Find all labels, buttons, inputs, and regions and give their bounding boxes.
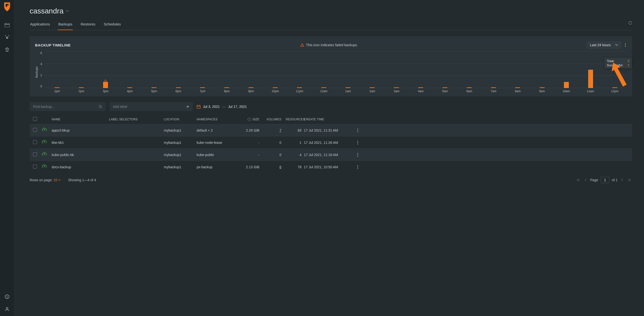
header-location[interactable]: LOCATION — [164, 118, 197, 121]
help-icon[interactable]: ? — [248, 118, 251, 121]
table-row: apps3-bkupmybackup1default + 22.29 GiB78… — [30, 124, 632, 136]
bar-slot[interactable] — [457, 52, 482, 88]
bar-slot[interactable] — [578, 52, 602, 88]
bar-slot[interactable] — [45, 52, 69, 88]
cell-volumes[interactable]: 7 — [264, 128, 286, 132]
cell-resources: 1 — [286, 141, 304, 145]
header-volumes[interactable]: VOLUMES — [264, 118, 286, 121]
bar-slot[interactable] — [360, 52, 384, 88]
page-title: cassandra — [30, 7, 64, 15]
bar-slot[interactable] — [530, 52, 554, 88]
bar-slot[interactable] — [602, 52, 627, 88]
bar-slot[interactable] — [482, 52, 506, 88]
refresh-icon[interactable] — [628, 21, 632, 25]
search-input[interactable] — [33, 105, 99, 109]
bar-slot[interactable] — [409, 52, 433, 88]
add-label-input[interactable] — [113, 105, 186, 109]
logo[interactable] — [3, 2, 11, 12]
cell-resources: 4 — [286, 153, 304, 157]
add-label-wrapper — [110, 102, 193, 111]
row-more-icon[interactable] — [357, 128, 629, 132]
cell-time: 17 Jul 2021, 11:31 AM — [304, 128, 357, 132]
cell-name[interactable]: apps3-bkup — [52, 128, 109, 132]
bar-slot[interactable] — [69, 52, 94, 88]
header-namespaces[interactable]: NAMESPACES — [197, 118, 238, 121]
cell-volumes[interactable]: 6 — [264, 165, 286, 169]
page-input[interactable] — [601, 177, 610, 183]
cluster-icon[interactable] — [4, 35, 10, 40]
pagination: Page of 1 — [576, 177, 632, 183]
bar-slot[interactable] — [312, 52, 336, 88]
cell-name[interactable]: kbe-bk1 — [52, 141, 109, 145]
tab-backups[interactable]: Backups — [58, 19, 73, 30]
first-page-button[interactable] — [576, 178, 581, 182]
bar-slot[interactable] — [215, 52, 239, 88]
row-more-icon[interactable] — [357, 165, 629, 169]
cell-name[interactable]: docs-backup — [52, 165, 109, 169]
bar-slot[interactable] — [336, 52, 360, 88]
row-checkbox[interactable] — [33, 128, 37, 132]
row-checkbox[interactable] — [33, 165, 37, 169]
calendar-icon — [197, 105, 200, 109]
plus-icon[interactable] — [186, 105, 189, 108]
svg-point-31 — [358, 141, 358, 141]
next-page-button[interactable] — [620, 178, 624, 182]
cell-location: mybackup1 — [164, 141, 197, 145]
y-axis-label: Backups — [35, 66, 38, 78]
cell-time: 17 Jul 2021, 10:50 AM — [304, 165, 357, 169]
bar-slot[interactable] — [142, 52, 166, 88]
bar-slot[interactable] — [384, 52, 409, 88]
svg-point-32 — [358, 142, 358, 143]
svg-point-2 — [6, 24, 6, 24]
select-all-checkbox[interactable] — [33, 117, 37, 121]
cell-name[interactable]: kube-public-bk — [52, 153, 109, 157]
header-create-time[interactable]: CREATE TIME — [304, 118, 357, 121]
last-page-button[interactable] — [627, 178, 632, 182]
page-label: Page — [590, 178, 598, 182]
svg-point-36 — [358, 156, 358, 157]
dashboard-icon[interactable] — [4, 22, 10, 28]
bar-slot[interactable] — [94, 52, 118, 88]
lighthouse-icon[interactable] — [4, 47, 10, 52]
row-more-icon[interactable] — [357, 141, 629, 145]
rows-per-page[interactable]: Rows on page: 10 — [30, 178, 61, 182]
svg-point-15 — [625, 45, 626, 45]
info-icon[interactable] — [4, 294, 10, 299]
header-resources[interactable]: RESOURCES — [286, 118, 304, 121]
sidebar — [0, 0, 14, 316]
table-footer: Rows on page: 10 Showing 1—4 of 4 Page o… — [30, 177, 632, 183]
header-name[interactable]: NAME — [52, 118, 109, 121]
tooltip-success-value: 3 — [628, 63, 629, 67]
row-checkbox[interactable] — [33, 152, 37, 156]
bar-slot[interactable] — [433, 52, 457, 88]
tab-restores[interactable]: Restores — [80, 19, 96, 30]
tab-applications[interactable]: Applications — [30, 19, 50, 30]
prev-page-button[interactable] — [583, 178, 588, 182]
header-labels[interactable]: LABEL SELECTORS — [109, 118, 164, 121]
bar-slot[interactable] — [118, 52, 142, 88]
bar-slot[interactable] — [239, 52, 263, 88]
bar-slot[interactable] — [506, 52, 530, 88]
svg-point-30 — [358, 131, 358, 132]
search-icon[interactable] — [99, 105, 102, 108]
bar-slot[interactable] — [263, 52, 288, 88]
user-icon[interactable] — [4, 306, 10, 312]
svg-line-6 — [5, 49, 6, 49]
time-range-select[interactable]: Last 24 hours — [586, 41, 622, 49]
bar-slot[interactable] — [166, 52, 190, 88]
bar-slot[interactable] — [190, 52, 215, 88]
header-size[interactable]: ? SIZE — [238, 118, 264, 121]
date-range[interactable]: Jul 3, 2021 — Jul 17, 2021 — [197, 105, 247, 109]
bar-slot[interactable] — [554, 52, 578, 88]
tab-schedules[interactable]: Schedules — [103, 19, 121, 30]
bar-slot[interactable] — [288, 52, 312, 88]
svg-point-10 — [7, 296, 7, 296]
title-dropdown-icon[interactable] — [66, 10, 69, 12]
cell-namespaces: px-backup — [197, 165, 238, 169]
panel-more-icon[interactable] — [624, 42, 627, 48]
svg-point-18 — [106, 81, 106, 82]
row-more-icon[interactable] — [357, 153, 629, 157]
row-checkbox[interactable] — [33, 140, 37, 144]
warning-icon — [300, 43, 304, 47]
cell-location: mybackup1 — [164, 153, 197, 157]
